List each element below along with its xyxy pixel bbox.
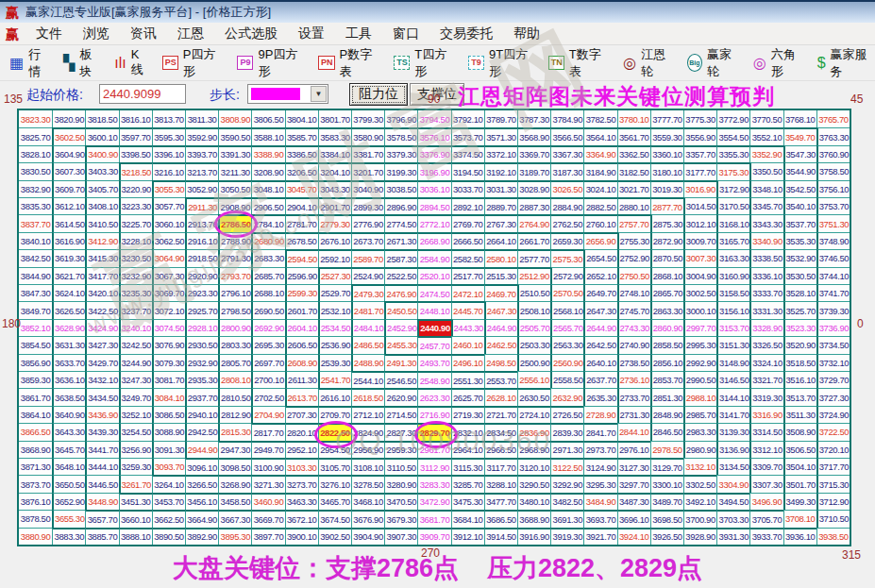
grid-cell: 2745.70 [617, 301, 650, 318]
grid-cell: 3544.90 [783, 162, 816, 179]
toolbar-button[interactable]: TNT数字表 [548, 46, 610, 80]
toolbar-button[interactable]: $赢家服务 [817, 46, 875, 80]
grid-cell: 3343.30 [749, 214, 782, 231]
grid-cell: 3832.90 [19, 180, 52, 197]
toolbar-button[interactable]: ▚板块 [63, 46, 101, 80]
grid-cell: 3420.10 [85, 284, 118, 301]
toolbar-button-label: 9P四方形 [258, 46, 305, 80]
grid-cell: 2949.70 [251, 441, 284, 458]
toolbar-button[interactable]: ▦行情 [9, 46, 50, 80]
grid-cell: 3775.30 [683, 110, 716, 127]
grid-cell: 3924.10 [617, 528, 650, 545]
grid-cell: 3252.10 [119, 406, 152, 423]
grid-cell: 3189.70 [517, 162, 550, 179]
grid-cell: 2582.50 [451, 249, 484, 266]
grid-cell: 3194.50 [451, 162, 484, 179]
menu-item[interactable]: 江恩 [167, 24, 214, 44]
toolbar-button[interactable]: TST四方形 [394, 46, 455, 80]
grid-cell: 3921.70 [583, 528, 616, 545]
grid-cell: 3072.10 [152, 301, 185, 318]
grid-cell: 3129.70 [650, 458, 683, 475]
toolbar-button[interactable]: ◎江恩轮 [623, 46, 674, 80]
grid-cell: 2560.90 [550, 354, 583, 371]
grid-cell: 3640.90 [52, 406, 85, 423]
grid-cell: 2954.50 [318, 441, 351, 458]
menu-item[interactable]: 公式选股 [214, 24, 288, 44]
grid-cell: 2647.30 [583, 301, 616, 318]
grid-cell: 3088.90 [152, 423, 185, 440]
step-color-dropdown[interactable]: ▼ [247, 84, 328, 104]
grid-cell: 3885.70 [85, 528, 118, 545]
start-price-input[interactable] [99, 84, 186, 104]
grid-cell: 3484.90 [583, 493, 616, 510]
toolbar-button[interactable]: ◎六角形 [753, 46, 804, 80]
grid-cell: 2515.30 [484, 267, 517, 284]
grid-cell: 3391.30 [218, 145, 251, 162]
grid-cell: 2956.90 [351, 441, 384, 458]
chevron-down-icon[interactable]: ▼ [311, 86, 327, 102]
grid-cell: 3192.10 [484, 162, 517, 179]
grid-cell: 2508.10 [517, 301, 550, 318]
grid-cell: 2640.10 [583, 354, 616, 371]
toolbar-button[interactable]: T99T四方形 [468, 46, 535, 80]
menu-item[interactable]: 工具 [335, 24, 382, 44]
grid-cell: 2536.90 [318, 336, 351, 353]
toolbar-button[interactable]: PNP数字表 [318, 46, 380, 80]
grid-cell: 3081.70 [152, 371, 185, 388]
grid-cell: 3052.90 [185, 180, 218, 197]
grid-cell: 2510.50 [517, 284, 550, 301]
grid-cell: 3912.10 [451, 528, 484, 545]
grid-cell: 2618.50 [351, 388, 384, 405]
grid-cell: 3480.10 [517, 493, 550, 510]
grid-cell: 3585.70 [285, 127, 318, 144]
grid-cell: 2635.30 [583, 388, 616, 405]
menu-item[interactable]: 设置 [288, 24, 335, 44]
grid-cell: 3643.30 [52, 423, 85, 440]
grid-cell: 2961.70 [417, 441, 450, 458]
grid-cell: 3451.30 [119, 493, 152, 510]
grid-cell: 2774.50 [384, 214, 417, 231]
menu-item[interactable]: 浏览 [73, 24, 120, 44]
grid-cell: 3804.10 [285, 110, 318, 127]
grid-cell: 3182.50 [617, 162, 650, 179]
menu-item[interactable]: 窗口 [382, 24, 429, 44]
grid-cell: 3724.90 [816, 406, 850, 423]
grid-cell: 3578.50 [384, 127, 417, 144]
menu-item[interactable]: 文件 [25, 24, 73, 44]
resistance-button[interactable]: 阻力位 [349, 83, 408, 106]
grid-cell: 3148.90 [716, 354, 749, 371]
gann-wheel-icon: ◎ [623, 56, 636, 71]
grid-cell: 3321.70 [749, 371, 782, 388]
grid-cell: 3396.10 [152, 145, 185, 162]
menu-item[interactable]: 交易委托 [429, 24, 503, 44]
toolbar-button[interactable]: PSP四方形 [162, 46, 225, 80]
grid-cell: 3892.90 [185, 528, 218, 545]
toolbar-button[interactable]: P99P四方形 [237, 46, 305, 80]
grid-cell: 3513.70 [783, 388, 816, 405]
menu-item[interactable]: 帮助 [503, 24, 550, 44]
grid-cell: 2767.30 [484, 214, 517, 231]
grid-cell: 3916.90 [517, 528, 550, 545]
grid-cell: 3837.70 [19, 214, 52, 231]
grid-cell: 2820.10 [285, 423, 318, 440]
grid-cell: 3007.30 [683, 249, 716, 266]
grid-cell: 2484.10 [351, 319, 384, 336]
grid-cell: 3098.50 [218, 458, 251, 475]
grid-cell: 3038.50 [384, 180, 417, 197]
menu-item[interactable]: 资讯 [120, 24, 167, 44]
grid-cell: 3835.30 [19, 197, 52, 214]
grid-cell: 2685.70 [251, 267, 284, 284]
toolbar-button[interactable]: ılıK线 [114, 47, 148, 78]
grid-cell: 3525.70 [783, 301, 816, 318]
grid-cell: 3048.10 [251, 180, 284, 197]
grid-cell: 3376.90 [417, 145, 450, 162]
grid-cell: 3103.30 [285, 458, 318, 475]
grid-cell: 2551.30 [451, 371, 484, 388]
grid-cell: 2623.30 [417, 388, 450, 405]
grid-cell: 2556.10 [517, 371, 550, 388]
grid-cell: 2553.70 [484, 371, 517, 388]
grid-cell: 2918.50 [185, 249, 218, 266]
grid-cell: 3847.30 [19, 284, 52, 301]
grid-cell: 3866.50 [19, 423, 52, 440]
toolbar-button[interactable]: Big赢家轮 [687, 46, 740, 80]
